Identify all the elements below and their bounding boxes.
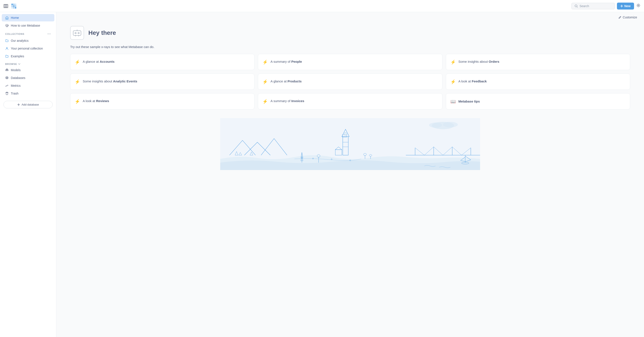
- chevron-down-icon: [18, 63, 20, 65]
- folder-icon: [5, 39, 9, 42]
- customize-bar: Customize: [56, 12, 644, 19]
- menu-toggle-button[interactable]: [4, 4, 8, 8]
- add-database-label: Add database: [22, 103, 39, 106]
- card-text-orders: Some insights about Orders: [458, 59, 499, 64]
- xray-card-people[interactable]: ⚡ A summary of People: [258, 54, 442, 70]
- logo[interactable]: [10, 2, 17, 9]
- svg-point-5: [15, 3, 16, 5]
- hero-section: Hey there: [56, 19, 644, 45]
- search-icon: [575, 4, 578, 7]
- search-placeholder: Search: [580, 4, 589, 8]
- card-text-analytic-events: Some insights about Analytic Events: [83, 79, 137, 83]
- sidebar-item-metrics[interactable]: Metrics: [2, 82, 54, 89]
- xray-card-reviews[interactable]: ⚡ A look at Reviews: [70, 93, 254, 109]
- landscape-illustration: [56, 118, 644, 170]
- settings-button[interactable]: [636, 3, 640, 9]
- svg-line-13: [577, 7, 578, 7]
- xray-cards-grid: ⚡ A glance at Accounts ⚡ A summary of Pe…: [70, 54, 630, 109]
- plus-icon: [620, 5, 623, 7]
- svg-point-9: [12, 7, 13, 8]
- collections-header: Collections ···: [0, 29, 56, 37]
- new-button[interactable]: New: [617, 2, 634, 9]
- sidebar-item-trash[interactable]: Trash: [2, 90, 54, 97]
- bolt-icon: ⚡: [262, 79, 268, 84]
- sidebar-item-databases[interactable]: Databases: [2, 74, 54, 81]
- add-database-button[interactable]: Add database: [4, 101, 52, 108]
- svg-rect-28: [73, 31, 81, 35]
- book-icon: 📖: [450, 99, 456, 104]
- sidebar-item-personal-collection[interactable]: Your personal collection: [2, 45, 54, 52]
- person-icon: [5, 47, 9, 50]
- svg-rect-22: [6, 69, 8, 70]
- customize-button[interactable]: Customize: [618, 15, 637, 19]
- sidebar-item-home[interactable]: Home: [2, 14, 54, 21]
- sidebar-item-our-analytics[interactable]: Our analytics: [2, 37, 54, 44]
- svg-rect-17: [6, 18, 7, 19]
- xray-card-analytic-events[interactable]: ⚡ Some insights about Analytic Events: [70, 73, 254, 90]
- svg-point-30: [78, 32, 79, 34]
- database-icon: [5, 76, 9, 80]
- nav-left: [4, 2, 17, 9]
- metrics-label: Metrics: [11, 84, 20, 87]
- customize-label: Customize: [623, 15, 637, 19]
- xray-card-invoices[interactable]: ⚡ A summary of Invoices: [258, 93, 442, 109]
- svg-point-45: [344, 132, 347, 135]
- card-text-invoices: A summary of Invoices: [270, 99, 304, 103]
- svg-point-38: [429, 123, 442, 128]
- xray-card-feedback[interactable]: ⚡ A look at Feedback: [446, 73, 630, 90]
- how-to-label: How to use Metabase: [11, 24, 40, 27]
- bolt-icon: ⚡: [262, 99, 268, 104]
- sidebar: Home How to use Metabase Collections ···: [0, 12, 56, 337]
- svg-point-10: [13, 7, 15, 8]
- xray-card-accounts[interactable]: ⚡ A glance at Accounts: [70, 54, 254, 70]
- models-label: Models: [11, 68, 20, 72]
- xray-section: Try out these sample x-rays to see what …: [56, 45, 644, 116]
- plus-small-icon: [17, 103, 20, 106]
- metabase-tips-card[interactable]: 📖 Metabase tips: [446, 93, 630, 109]
- xray-card-products[interactable]: ⚡ A glance at Products: [258, 73, 442, 90]
- svg-point-32: [77, 30, 77, 30]
- examples-label: Examples: [11, 54, 24, 58]
- bolt-icon: ⚡: [450, 79, 456, 84]
- model-icon: [5, 68, 9, 72]
- sidebar-item-how-to[interactable]: How to use Metabase: [2, 22, 54, 29]
- svg-point-8: [15, 5, 16, 7]
- svg-point-37: [443, 122, 458, 127]
- new-label: New: [624, 4, 630, 8]
- card-text-accounts: A glance at Accounts: [83, 59, 114, 64]
- card-text-people: A summary of People: [270, 59, 302, 64]
- collections-menu-button[interactable]: ···: [48, 32, 51, 36]
- search-bar[interactable]: Search: [572, 3, 615, 9]
- xray-description: Try out these sample x-rays to see what …: [70, 45, 630, 49]
- svg-point-16: [638, 5, 639, 6]
- metrics-icon: [5, 84, 9, 87]
- browse-header[interactable]: Browse: [0, 60, 56, 66]
- graduation-icon: [5, 24, 9, 27]
- top-nav: Search New: [0, 0, 644, 12]
- nav-right: Search New: [572, 2, 640, 9]
- main-layout: Home How to use Metabase Collections ···: [0, 12, 644, 337]
- bolt-icon: ⚡: [262, 59, 268, 65]
- pencil-icon: [618, 16, 622, 19]
- sidebar-item-examples[interactable]: Examples: [2, 52, 54, 60]
- xray-card-orders[interactable]: ⚡ Some insights about Orders: [446, 54, 630, 70]
- home-label: Home: [11, 16, 19, 19]
- svg-point-19: [6, 47, 8, 48]
- sidebar-item-models[interactable]: Models: [2, 66, 54, 74]
- databases-label: Databases: [11, 76, 25, 80]
- svg-rect-1: [4, 6, 8, 6]
- bolt-icon: ⚡: [75, 79, 80, 84]
- card-text-feedback: A look at Feedback: [458, 79, 487, 83]
- svg-point-3: [12, 3, 13, 5]
- trash-label: Trash: [11, 92, 18, 95]
- illustration-container: [56, 118, 644, 170]
- svg-point-7: [13, 5, 15, 7]
- content-area: Customize Hey there Try out these sample: [56, 12, 644, 337]
- bolt-icon: ⚡: [75, 59, 80, 65]
- bolt-icon: ⚡: [450, 59, 456, 65]
- svg-point-29: [75, 32, 76, 34]
- examples-folder-icon: [5, 54, 9, 58]
- card-text-reviews: A look at Reviews: [83, 99, 109, 103]
- svg-rect-0: [4, 4, 8, 5]
- svg-point-4: [13, 3, 15, 5]
